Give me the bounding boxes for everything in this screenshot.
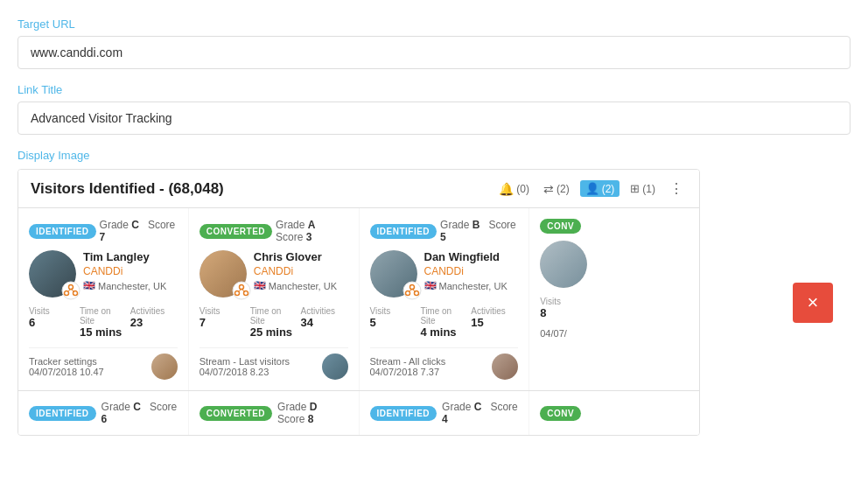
target-url-section: Target URL — [18, 18, 850, 69]
visitors-widget: Visitors Identified - (68,048) 🔔 (0) ⇄ (… — [18, 169, 700, 436]
activities-label: Activities — [130, 306, 178, 316]
stat-activities: Activities 15 — [471, 306, 518, 339]
person-info: Tim Langley CANDDi 🇬🇧 Manchester, UK — [83, 250, 178, 291]
card-profile: Tim Langley CANDDi 🇬🇧 Manchester, UK — [29, 250, 178, 298]
person-name: Tim Langley — [83, 250, 178, 263]
stats-row: Visits 8 — [540, 297, 689, 319]
stat-time: Time on Site 15 mins — [80, 306, 127, 339]
card-profile: Dan Wingfield CANDDi 🇬🇧 Manchester, UK — [370, 250, 519, 298]
flag-icon: 🇬🇧 — [254, 280, 266, 291]
footer-text: Tracker settings 04/07/2018 10.47 — [29, 356, 104, 377]
share-count: (2) — [556, 183, 570, 195]
avatar-wrap — [200, 250, 247, 298]
visitor-card[interactable]: CONVERTED Grade A Score 3 — [189, 208, 359, 390]
status-badge: CONVERTED — [200, 406, 272, 421]
close-icon: × — [808, 291, 819, 314]
person-company: CANDDi — [83, 265, 178, 277]
footer-date: 04/07/2018 8.23 — [200, 367, 290, 377]
widget-header: Visitors Identified - (68,048) 🔔 (0) ⇄ (… — [18, 170, 699, 208]
time-value: 4 mins — [420, 326, 467, 339]
target-url-label: Target URL — [18, 18, 850, 31]
bottom-card[interactable]: IDENTIFIED Grade C Score 6 — [18, 391, 188, 435]
flag-icon: 🇬🇧 — [424, 280, 437, 291]
share-control[interactable]: ⇄ (2) — [540, 180, 573, 198]
grade-score: Grade A Score 3 — [276, 219, 347, 243]
users-control[interactable]: 👤 (2) — [580, 180, 620, 197]
card-profile — [540, 241, 689, 288]
stats-row: Visits 6 Time on Site 15 mins Activities… — [29, 306, 178, 339]
visits-value: 6 — [29, 316, 76, 329]
footer-avatar — [492, 354, 518, 380]
bell-icon: 🔔 — [499, 182, 514, 196]
visits-label: Visits — [540, 297, 587, 306]
bottom-card[interactable]: IDENTIFIED Grade C Score 4 — [360, 391, 529, 435]
activities-value: 34 — [301, 316, 348, 329]
footer-date: 04/07/ — [540, 328, 689, 339]
status-badge: CONV — [540, 219, 581, 234]
close-button[interactable]: × — [793, 283, 833, 323]
target-url-input[interactable] — [18, 36, 850, 69]
widget-title: Visitors Identified - (68,048) — [31, 180, 224, 198]
footer-text: 04/07/ — [540, 328, 689, 339]
grade-score: Grade D Score 8 — [277, 401, 347, 425]
card-top: CONV — [540, 219, 689, 234]
card-top: IDENTIFIED Grade B Score 5 — [370, 219, 519, 243]
person-info: Dan Wingfield CANDDi 🇬🇧 Manchester, UK — [424, 250, 519, 291]
stat-visits: Visits 8 — [540, 297, 587, 319]
time-value: 25 mins — [250, 326, 298, 339]
visitor-card[interactable]: IDENTIFIED Grade C Score 7 — [18, 208, 188, 390]
stat-visits: Visits 5 — [370, 306, 417, 339]
status-badge: CONV — [540, 406, 581, 421]
visits-label: Visits — [370, 306, 417, 316]
widget-controls: 🔔 (0) ⇄ (2) 👤 (2) ⊞ — [495, 178, 687, 199]
visitor-card[interactable]: IDENTIFIED Grade B Score 5 — [360, 208, 529, 390]
footer-date: 04/07/2018 10.47 — [29, 367, 104, 377]
visits-label: Visits — [29, 306, 76, 316]
avatar-wrap — [370, 250, 417, 298]
footer-text: Stream - Last visitors 04/07/2018 8.23 — [200, 356, 290, 377]
bottom-card[interactable]: CONVERTED Grade D Score 8 — [189, 391, 359, 435]
time-value: 15 mins — [80, 326, 127, 339]
status-badge: IDENTIFIED — [370, 224, 438, 239]
visits-value: 5 — [370, 316, 417, 329]
footer-avatar — [322, 354, 348, 380]
stat-activities: Activities 34 — [301, 306, 348, 339]
visits-value: 7 — [200, 316, 247, 329]
display-image-label: Display Image — [18, 149, 850, 162]
grade-score: Grade C Score 4 — [442, 401, 518, 425]
users-icon: 👤 — [585, 182, 599, 195]
person-location: 🇬🇧 Manchester, UK — [424, 280, 519, 291]
person-name: Dan Wingfield — [424, 250, 519, 263]
more-control[interactable]: ⋮ — [666, 178, 687, 199]
footer-stream: Tracker settings — [29, 356, 104, 367]
grid-control[interactable]: ⊞ (1) — [626, 180, 659, 197]
share-icon: ⇄ — [543, 182, 554, 196]
status-badge: IDENTIFIED — [29, 224, 96, 239]
activities-label: Activities — [471, 306, 518, 316]
link-title-input[interactable] — [18, 102, 850, 135]
person-company: CANDDi — [424, 265, 519, 277]
footer-stream: Stream - Last visitors — [200, 356, 290, 367]
visitor-card[interactable]: CONV Visits — [529, 208, 699, 390]
bottom-card[interactable]: CONV — [529, 391, 699, 435]
avatar-wrap — [540, 241, 587, 288]
person-location: 🇬🇧 Manchester, UK — [254, 280, 348, 291]
more-icon: ⋮ — [669, 180, 683, 197]
time-label: Time on Site — [420, 306, 467, 326]
link-title-label: Link Title — [18, 83, 850, 96]
status-badge: CONVERTED — [200, 224, 272, 239]
stat-activities: Activities 23 — [130, 306, 178, 339]
widget-wrapper: Visitors Identified - (68,048) 🔔 (0) ⇄ (… — [18, 169, 850, 436]
activities-value: 15 — [471, 316, 518, 329]
bell-control[interactable]: 🔔 (0) — [495, 180, 533, 198]
person-company: CANDDi — [254, 265, 348, 277]
stat-time: Time on Site 4 mins — [420, 306, 467, 339]
person-location: 🇬🇧 Manchester, UK — [83, 280, 178, 291]
card-profile: Chris Glover CANDDi 🇬🇧 Manchester, UK — [200, 250, 348, 298]
grade-score: Grade C Score 7 — [100, 219, 178, 243]
flag-icon: 🇬🇧 — [83, 280, 95, 291]
display-image-section: Display Image Visitors Identified - (68,… — [18, 149, 850, 436]
visits-value: 8 — [540, 306, 587, 319]
avatar — [540, 241, 587, 288]
cards-grid: IDENTIFIED Grade C Score 7 — [18, 208, 699, 390]
